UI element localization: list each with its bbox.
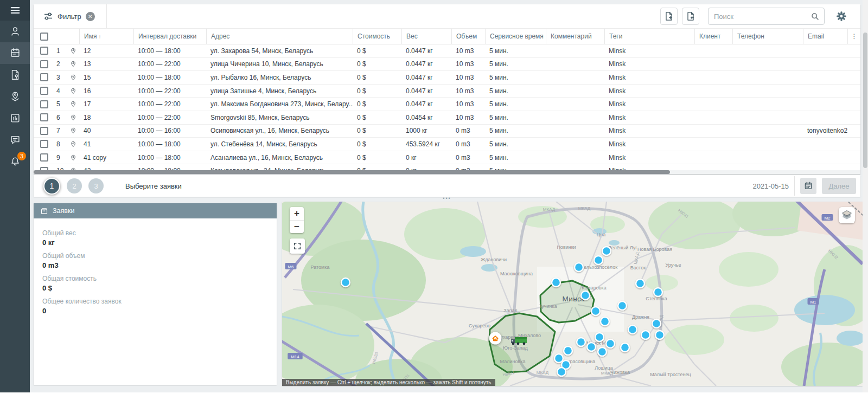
scrollbar-thumb[interactable]	[34, 170, 670, 174]
column-header-client[interactable]: Клиент	[694, 29, 732, 44]
map-label: Новинки	[557, 244, 576, 250]
order-marker[interactable]	[564, 346, 572, 355]
sidebar-item-planning[interactable]	[0, 42, 30, 64]
order-marker[interactable]	[577, 338, 585, 346]
row-checkbox[interactable]	[40, 60, 48, 68]
table-row[interactable]: 1 12 10:00 — 18:00 ул. Захарова 54, Минс…	[34, 44, 860, 58]
location-pin-icon	[67, 154, 79, 161]
date-picker-button[interactable]	[800, 178, 816, 194]
step-3[interactable]: 3	[88, 178, 104, 193]
order-marker[interactable]	[557, 367, 566, 376]
row-checkbox[interactable]	[40, 127, 48, 135]
row-checkbox[interactable]	[40, 153, 48, 162]
sidebar-item-notifications[interactable]: 3	[0, 151, 30, 172]
order-marker[interactable]	[641, 331, 650, 339]
cell-interval: 10:00 — 22:00	[133, 60, 206, 68]
order-marker[interactable]	[575, 263, 583, 272]
sidebar-item-menu[interactable]	[0, 0, 30, 21]
row-checkbox[interactable]	[40, 140, 48, 148]
table-row[interactable]: 5 17 10:00 — 22:00 ул. Максима Богданови…	[34, 98, 860, 111]
cell-service-time: 5 мин.	[485, 60, 546, 68]
window-scrollbar[interactable]	[863, 0, 868, 392]
order-marker[interactable]	[601, 317, 609, 326]
row-checkbox[interactable]	[40, 73, 48, 81]
select-all-checkbox[interactable]	[40, 33, 48, 41]
export-file-button[interactable]	[660, 8, 678, 25]
zoom-out-button[interactable]: −	[290, 220, 304, 233]
route-planner-app: 3 Фильтр ✕	[0, 0, 868, 392]
column-header-tags[interactable]: Теги	[604, 29, 694, 44]
sidebar-item-chat[interactable]	[0, 129, 30, 151]
table-row[interactable]: 4 16 10:00 — 22:00 улица Затишье 4, Минс…	[34, 85, 860, 98]
import-file-button[interactable]	[682, 8, 699, 25]
column-header-interval[interactable]: Интервал доставки	[133, 29, 206, 44]
step-2[interactable]: 2	[67, 178, 82, 193]
column-header-email[interactable]: Email	[803, 29, 847, 44]
row-checkbox[interactable]	[40, 113, 48, 121]
column-header-phone[interactable]: Телефон	[732, 29, 803, 44]
map-canvas[interactable]: МинскЖдановичиРатомкаМасюковщинаНовинкиЦ…	[282, 202, 863, 386]
order-marker[interactable]	[636, 279, 644, 288]
order-marker[interactable]	[595, 333, 604, 341]
settings-button[interactable]	[832, 7, 851, 25]
depot-marker[interactable]	[489, 332, 502, 345]
map-layers-button[interactable]	[839, 207, 855, 223]
order-marker[interactable]	[598, 347, 607, 356]
next-button[interactable]: Далее	[822, 178, 856, 194]
column-header-service-time[interactable]: Сервисное время	[485, 29, 546, 44]
table-row[interactable]: 6 18 10:00 — 22:00 Smorgovskii 85, Минск…	[34, 111, 860, 125]
column-header-address[interactable]: Адрес	[206, 29, 353, 44]
table-row[interactable]: 7 40 10:00 — 16:00 Осиповичская ул., 16,…	[34, 125, 860, 138]
filter-chip[interactable]: Фильтр ✕	[34, 4, 107, 28]
table-row[interactable]: 3 15 10:00 — 18:00 ул. Рыбалко 16, Минск…	[34, 71, 860, 85]
cell-tags: Minsk	[604, 87, 694, 95]
order-marker[interactable]	[606, 339, 615, 348]
row-checkbox[interactable]	[40, 100, 48, 108]
sidebar-item-profile[interactable]	[0, 21, 30, 42]
order-marker[interactable]	[618, 301, 627, 310]
cell-service-time: 5 мин.	[485, 154, 546, 162]
step-label: Выберите заявки	[125, 182, 182, 190]
order-marker[interactable]	[621, 343, 629, 352]
panel-resize-handle[interactable]: •••	[34, 196, 860, 201]
fullscreen-button[interactable]	[290, 238, 305, 254]
clear-filter-icon[interactable]: ✕	[86, 12, 95, 21]
column-header-weight[interactable]: Вес	[401, 29, 451, 44]
row-checkbox[interactable]	[40, 87, 48, 95]
order-marker[interactable]	[594, 256, 603, 264]
order-marker[interactable]	[652, 319, 661, 328]
columns-menu-icon[interactable]: ⋮	[847, 29, 860, 44]
order-marker[interactable]	[581, 291, 590, 300]
order-marker[interactable]	[628, 325, 637, 334]
sidebar-item-analytics[interactable]	[0, 107, 30, 129]
row-checkbox[interactable]	[40, 47, 48, 55]
stepper-bar: 1 2 3 Выберите заявки 2021-05-15 Далее	[34, 175, 860, 197]
order-marker[interactable]	[654, 288, 662, 296]
sidebar-item-zones[interactable]	[0, 86, 30, 107]
map-panel[interactable]: МинскЖдановичиРатомкаМасюковщинаНовинкиЦ…	[282, 202, 863, 386]
divider	[794, 176, 795, 196]
map-label: Малый Тростенец	[650, 372, 691, 377]
order-marker[interactable]	[554, 354, 563, 363]
search-input[interactable]	[714, 12, 810, 21]
zoom-in-button[interactable]: +	[290, 207, 304, 220]
step-1[interactable]: 1	[43, 178, 60, 195]
table-row[interactable]: 9 41 copy 10:00 — 18:00 Асаналиева ул., …	[34, 151, 860, 165]
window-scrollbar-thumb[interactable]	[863, 33, 867, 168]
table-row[interactable]: 2 13 10:00 — 22:00 улица Чичерина 10, Ми…	[34, 58, 860, 72]
table-horizontal-scrollbar[interactable]	[34, 170, 860, 174]
column-header-cost[interactable]: Стоимость	[353, 29, 401, 44]
order-marker[interactable]	[552, 278, 560, 287]
column-header-comment[interactable]: Комментарий	[546, 29, 604, 44]
row-number: 7	[54, 127, 67, 134]
table-row[interactable]: 8 41 10:00 — 18:00 ул. Стебенёва 14, Мин…	[34, 138, 860, 151]
column-header-name[interactable]: Имя↑	[79, 29, 133, 44]
order-marker[interactable]	[587, 343, 596, 351]
requests-table-panel: Фильтр ✕	[34, 4, 860, 174]
column-header-volume[interactable]: Объем	[451, 29, 485, 44]
order-marker[interactable]	[341, 278, 350, 287]
sidebar-item-orders[interactable]	[0, 64, 30, 86]
order-marker[interactable]	[655, 331, 664, 339]
order-marker[interactable]	[602, 247, 611, 255]
order-marker[interactable]	[591, 307, 600, 315]
